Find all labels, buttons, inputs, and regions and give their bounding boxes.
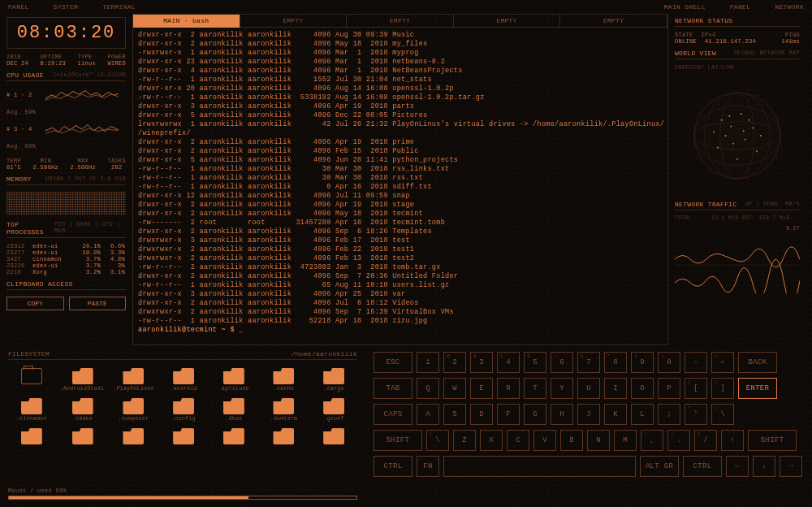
folder-item[interactable] (210, 427, 257, 448)
key[interactable]: G (524, 404, 546, 425)
key[interactable]: T (524, 378, 546, 399)
folder-item[interactable]: .composer (110, 396, 158, 423)
key[interactable]: V (533, 430, 556, 451)
key[interactable]: ← (726, 456, 749, 477)
folder-item[interactable]: .cache (261, 366, 308, 393)
label-panel: PANEL (8, 3, 29, 11)
folder-item[interactable]: .AndroidStudi... (58, 366, 107, 393)
key[interactable]: S (443, 404, 466, 425)
key[interactable]: N (587, 430, 610, 451)
key[interactable]: $4 (497, 352, 520, 373)
terminal-tab[interactable]: EMPTY (240, 15, 348, 28)
key[interactable]: ALT GR (640, 456, 679, 477)
folder-icon (323, 398, 344, 414)
key[interactable] (443, 456, 636, 477)
key[interactable]: ?/ (694, 430, 717, 451)
terminal-tab[interactable]: EMPTY (454, 15, 561, 28)
folder-item[interactable]: .cargo (310, 366, 357, 393)
key[interactable]: TAB (374, 378, 412, 399)
key[interactable]: ↑ (721, 430, 744, 451)
paste-button[interactable]: PASTE (69, 297, 127, 310)
key[interactable]: X (480, 430, 503, 451)
key[interactable]: Q (417, 378, 439, 399)
key[interactable]: Z (453, 430, 476, 451)
key[interactable]: {[ (685, 378, 707, 399)
key[interactable]: Y (551, 378, 573, 399)
key[interactable]: SHIFT (374, 430, 422, 451)
key[interactable]: I (604, 378, 627, 399)
key[interactable]: R (497, 378, 520, 399)
key[interactable]: H (551, 404, 573, 425)
terminal-tab[interactable]: EMPTY (347, 15, 454, 28)
key[interactable]: ESC (374, 352, 412, 373)
key[interactable]: E (470, 378, 493, 399)
key[interactable]: += (711, 352, 734, 373)
terminal-tab[interactable]: MAIN · bash (133, 15, 240, 28)
key[interactable]: FN (417, 456, 439, 477)
key[interactable]: P (658, 378, 680, 399)
prompt[interactable]: aaronkilik@tecmint ~ $ _ (138, 326, 244, 334)
key[interactable]: &7 (577, 352, 600, 373)
folder-item[interactable]: .gconf (310, 396, 357, 423)
key[interactable]: W (443, 378, 466, 399)
key[interactable]: C (507, 430, 529, 451)
folder-item[interactable] (58, 427, 107, 448)
key[interactable]: ^6 (551, 352, 573, 373)
key[interactable]: J (577, 404, 600, 425)
folder-item[interactable] (160, 427, 207, 448)
key[interactable]: }] (711, 378, 734, 399)
copy-button[interactable]: COPY (6, 297, 64, 310)
folder-item[interactable] (261, 427, 308, 448)
key[interactable]: K (604, 404, 627, 425)
folder-item[interactable] (8, 427, 55, 448)
key[interactable]: |\ (711, 404, 734, 425)
key[interactable]: D (470, 404, 493, 425)
key[interactable]: A (417, 404, 439, 425)
key[interactable]: CTRL (374, 456, 412, 477)
process-row: 3427cinnamon3.7%4.8% (6, 256, 126, 262)
key[interactable]: #3 (470, 352, 493, 373)
folder-item[interactable]: .dbus (210, 396, 257, 423)
folder-item[interactable] (110, 427, 158, 448)
keyboard-row: SHIFT|\ZXCVBNM<,>.?/↑SHIFT (374, 430, 802, 451)
key[interactable]: `1 (417, 352, 439, 373)
key[interactable]: ENTER (738, 378, 777, 399)
globe-visualization (675, 79, 800, 193)
folder-item[interactable]: .PlayOnLinux (110, 366, 158, 393)
processes-title: TOP PROCESSES PID | NAME | CPU | MEM (6, 221, 126, 238)
key[interactable]: ↓ (753, 456, 775, 477)
key[interactable]: <, (641, 430, 663, 451)
key[interactable]: → (780, 456, 802, 477)
terminal-output[interactable]: drwxr-xr-x 2 aaronkilik aaronkilik 4096 … (133, 28, 667, 344)
key[interactable]: (9 (631, 352, 654, 373)
key[interactable]: F (497, 404, 520, 425)
key[interactable]: *8 (604, 352, 627, 373)
key[interactable]: _- (685, 352, 707, 373)
key[interactable]: )0 (658, 352, 680, 373)
key[interactable]: SHIFT (748, 430, 797, 451)
terminal-tab[interactable]: EMPTY (560, 15, 667, 28)
key[interactable]: CAPS (374, 404, 412, 425)
key[interactable]: U (577, 378, 600, 399)
folder-item[interactable]: .aptitude (210, 366, 257, 393)
key[interactable]: B (560, 430, 583, 451)
folder-item[interactable]: .config (160, 396, 207, 423)
folder-item[interactable] (310, 427, 357, 448)
key[interactable]: :; (658, 404, 680, 425)
key[interactable]: |\ (426, 430, 449, 451)
folder-icon (123, 368, 144, 384)
folder-item[interactable]: .android (160, 366, 207, 393)
key[interactable]: M (614, 430, 637, 451)
key[interactable]: %5 (524, 352, 546, 373)
folder-item[interactable] (8, 366, 55, 393)
key[interactable]: L (631, 404, 654, 425)
key[interactable]: "' (685, 404, 707, 425)
folder-item[interactable]: .domterm (261, 396, 308, 423)
key[interactable]: O (631, 378, 654, 399)
key[interactable]: CTRL (683, 456, 722, 477)
key[interactable]: BACK (738, 352, 777, 373)
key[interactable]: >. (667, 430, 690, 451)
folder-item[interactable]: .cinnamon (8, 396, 55, 423)
folder-item[interactable]: .cmake (58, 396, 107, 423)
key[interactable]: @2 (443, 352, 466, 373)
